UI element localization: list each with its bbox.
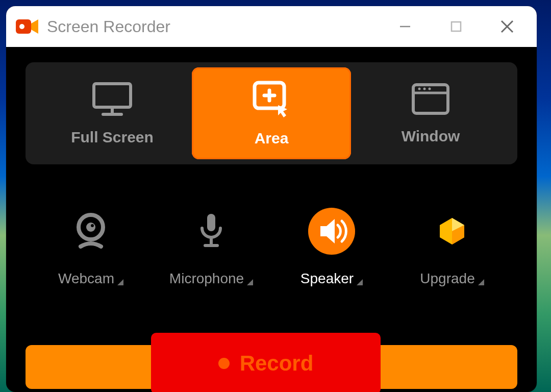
bottom-bar: Record: [26, 333, 517, 392]
svg-point-14: [418, 88, 421, 90]
microphone-icon: [198, 210, 224, 252]
minimize-button[interactable]: [385, 11, 425, 42]
svg-point-18: [86, 223, 95, 232]
option-upgrade-label: Upgrade: [420, 271, 474, 287]
svg-point-16: [429, 88, 431, 90]
svg-point-1: [19, 24, 24, 29]
record-button[interactable]: Record: [151, 333, 381, 392]
app-window: Screen Recorder: [6, 6, 537, 392]
close-button[interactable]: [487, 11, 528, 42]
monitor-icon: [91, 81, 134, 117]
record-dot-icon: [218, 358, 230, 369]
option-webcam[interactable]: Webcam: [37, 210, 144, 287]
svg-point-15: [423, 88, 426, 90]
mode-area[interactable]: Area: [192, 67, 351, 159]
webcam-icon: [74, 210, 107, 252]
option-speaker[interactable]: Speaker: [278, 210, 385, 287]
maximize-button[interactable]: [436, 11, 477, 42]
dropdown-indicator-icon: [478, 279, 484, 285]
dropdown-indicator-icon: [357, 279, 363, 285]
option-speaker-label: Speaker: [300, 271, 354, 287]
mode-area-label: Area: [255, 130, 289, 147]
app-title: Screen Recorder: [47, 17, 374, 36]
option-microphone-label: Microphone: [169, 271, 244, 287]
window-icon: [410, 82, 451, 116]
app-icon: [15, 18, 40, 35]
dropdown-indicator-icon: [117, 279, 123, 285]
record-button-label: Record: [240, 351, 314, 376]
speaker-icon: [307, 210, 356, 252]
mode-fullscreen-label: Full Screen: [71, 129, 154, 146]
mode-window[interactable]: Window: [351, 67, 510, 159]
svg-point-19: [91, 224, 94, 227]
mode-fullscreen[interactable]: Full Screen: [33, 67, 192, 159]
svg-rect-6: [94, 84, 131, 107]
option-microphone[interactable]: Microphone: [158, 210, 265, 287]
content-area: Full Screen Area: [6, 47, 537, 287]
dropdown-indicator-icon: [247, 279, 253, 285]
upgrade-gem-icon: [437, 210, 467, 252]
option-upgrade[interactable]: Upgrade: [398, 210, 506, 287]
area-select-icon: [249, 80, 293, 118]
option-webcam-label: Webcam: [58, 271, 114, 287]
mode-window-label: Window: [402, 128, 460, 145]
svg-rect-20: [207, 214, 215, 231]
titlebar: Screen Recorder: [6, 6, 537, 47]
svg-rect-3: [452, 22, 461, 31]
recording-options: Webcam Microphone: [26, 210, 517, 287]
capture-mode-selector: Full Screen Area: [26, 62, 517, 164]
